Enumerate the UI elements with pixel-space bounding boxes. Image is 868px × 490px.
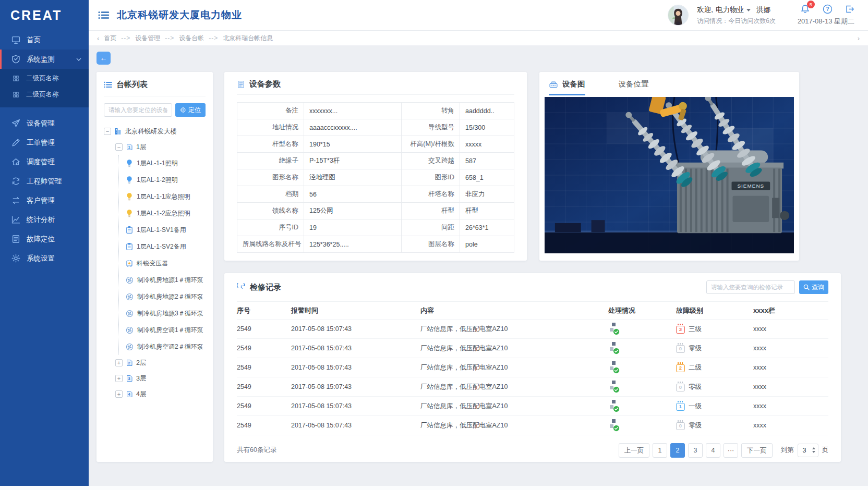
table-row[interactable]: 2549 2017-05-08 15:07:43 厂站信息库，低压配电室AZ10… — [237, 339, 828, 358]
sidebar-subitem-2[interactable]: 二级页名称 — [0, 87, 89, 103]
sidebar-item-workorder-mgmt[interactable]: 工单管理 — [0, 133, 89, 152]
next-page-button[interactable]: 下一页 — [741, 443, 773, 458]
tree-leaf-emergency-lighting[interactable]: 1层AL-1-1应急照明 — [126, 188, 206, 205]
page-button-3[interactable]: 3 — [688, 443, 703, 458]
expand-icon[interactable]: + — [115, 375, 123, 382]
tree-node-root[interactable]: − 北京科锐研发大楼 — [104, 124, 206, 139]
table-row[interactable]: 2549 2017-05-08 15:07:43 厂站信息库，低压配电室AZ10… — [237, 320, 828, 339]
page-button-1[interactable]: 1 — [653, 443, 667, 458]
sidebar-item-system-monitor[interactable]: 系统监测 — [0, 50, 89, 69]
sidebar-item-home[interactable]: 首页 — [0, 30, 89, 50]
tree-node-floor3[interactable]: + 3 3层 — [104, 371, 206, 386]
locate-device-input[interactable] — [104, 103, 172, 117]
record-extra: xxxx — [753, 325, 828, 333]
tree-node-floor1[interactable]: − 1 1层 — [104, 139, 206, 155]
process-status-icon — [608, 342, 620, 354]
tree-node-label: 1层 — [136, 143, 146, 152]
breadcrumb-item-device-mgmt[interactable]: 设备管理 — [135, 34, 160, 43]
table-row[interactable]: 2549 2017-05-08 15:07:43 厂站信息库，低压配电室AZ10… — [237, 377, 828, 397]
tree-leaf-lighting[interactable]: 1层AL-1-1照明 — [126, 155, 206, 172]
fault-level-label: 零级 — [689, 383, 702, 391]
expand-icon[interactable]: + — [115, 359, 123, 366]
sidebar-item-label: 工单管理 — [27, 138, 55, 148]
avatar[interactable] — [668, 5, 689, 26]
tree-leaf-standby[interactable]: 1层AL-1-SV2备用 — [126, 238, 206, 255]
column-header: 内容 — [420, 306, 599, 315]
device-params-panel: 设备参数 备注xxxxxxx...转角aaddddd.. 地址情况aaaaccc… — [224, 72, 527, 261]
caret-down-icon[interactable] — [746, 9, 751, 11]
logout-icon[interactable] — [845, 5, 854, 14]
arrow-down-icon[interactable] — [812, 451, 815, 453]
breadcrumb-forward-icon[interactable]: › — [858, 34, 860, 42]
stepper-arrows[interactable] — [811, 447, 818, 453]
locate-button[interactable]: 定位 — [175, 103, 206, 117]
breadcrumb-item-home[interactable]: 首页 — [104, 34, 116, 43]
tree-node-floor2[interactable]: + 2 2层 — [104, 355, 206, 371]
sidebar-subitem-1[interactable]: 二级页名称 — [0, 70, 89, 87]
breadcrumb-back-icon[interactable]: ‹ — [97, 34, 99, 42]
tree-children: 1层AL-1-1照明 1层AL-1-2照明 1层AL-1-1应急照明 1层AL-… — [118, 155, 206, 355]
record-content: 厂站信息库，低压配电室AZ10 — [420, 325, 599, 334]
help-icon[interactable]: ? — [823, 4, 833, 14]
tree-leaf-pump[interactable]: 制冷机房地源3＃循环泵 — [126, 305, 206, 322]
page-number-stepper[interactable]: 3 — [798, 444, 818, 457]
table-row[interactable]: 2549 2017-05-08 15:07:43 厂站信息库，低压配电室AZ10… — [237, 358, 828, 377]
tree-leaf-pump[interactable]: 制冷机房地源1＃循环泵 — [126, 272, 206, 288]
param-value: aaaacccxxxxx.... — [304, 119, 402, 136]
table-row[interactable]: 2549 2017-05-08 15:07:43 厂站信息库，低压配电室AZ10… — [237, 397, 828, 416]
notification-bell[interactable]: 5 — [800, 4, 810, 14]
table-row[interactable]: 2549 2017-05-08 15:07:43 厂站信息库，低压配电室AZ10… — [237, 416, 828, 435]
sidebar-item-customer-mgmt[interactable]: 客户管理 — [0, 191, 89, 210]
pump-fan-icon — [126, 326, 134, 334]
sidebar-item-dispatch-mgmt[interactable]: 调度管理 — [0, 152, 89, 172]
floor-icon: 3 — [126, 375, 133, 382]
username: 洪娜 — [756, 5, 770, 15]
prev-page-button[interactable]: 上一页 — [619, 443, 650, 458]
records-search-input[interactable] — [706, 280, 795, 294]
tree-leaf-pump[interactable]: 制冷机房空调1＃循环泵 — [126, 322, 206, 338]
search-button[interactable]: 查询 — [799, 280, 828, 294]
menu-list-icon[interactable] — [98, 11, 110, 19]
tree-leaf-pump[interactable]: 制冷机房地源2＃循环泵 — [126, 288, 206, 305]
tree-leaf-emergency-lighting[interactable]: 1层AL-1-2应急照明 — [126, 205, 206, 222]
sidebar-item-fault-locate[interactable]: 故障定位 — [0, 229, 89, 249]
sidebar-item-settings[interactable]: 系统设置 — [0, 249, 89, 268]
tree-leaf-pump[interactable]: 制冷机房空调2＃循环泵 — [126, 338, 206, 355]
sidebar-item-label: 故障定位 — [27, 235, 55, 244]
sidebar-item-device-mgmt[interactable]: 设备管理 — [0, 114, 89, 133]
fault-level-icon: 0 — [676, 345, 685, 353]
target-icon — [180, 107, 186, 113]
record-content: 厂站信息库，低压配电室AZ10 — [420, 344, 599, 353]
record-extra: xxxx — [753, 364, 828, 371]
arrow-up-icon[interactable] — [812, 447, 815, 449]
tree-leaf-lighting[interactable]: 1层AL-1-2照明 — [126, 172, 206, 188]
tree-leaf-standby[interactable]: 1层AL-1-SV1备用 — [126, 222, 206, 238]
param-value: 587 — [460, 153, 514, 169]
param-label: 杆高(M)/杆根数 — [402, 136, 460, 153]
company-name[interactable]: 电力物业 — [716, 5, 744, 15]
goto-prefix: 到第 — [781, 446, 794, 455]
column-header: 处理情况 — [599, 306, 676, 315]
tree-leaf-transformer[interactable]: 科锐变压器 — [126, 255, 206, 272]
device-photo-frame: SIEMENS — [545, 97, 794, 253]
table-row: 所属线路名称及杆号125*36*25.....图层名称pole — [237, 236, 514, 253]
back-button[interactable]: ← — [97, 52, 111, 65]
param-value: aaddddd.. — [460, 103, 514, 119]
pump-fan-icon — [126, 293, 134, 301]
tab-device-image[interactable]: 设备图 — [549, 79, 585, 95]
sidebar-item-label: 设备管理 — [27, 119, 55, 128]
collapse-icon[interactable]: − — [115, 143, 123, 151]
page-ellipsis[interactable]: ··· — [724, 443, 738, 458]
page-button-2-active[interactable]: 2 — [670, 443, 685, 458]
sidebar-item-statistics[interactable]: 统计分析 — [0, 210, 89, 229]
sidebar-item-engineer-mgmt[interactable]: 工程师管理 — [0, 172, 89, 191]
tab-device-location[interactable]: 设备位置 — [619, 79, 649, 94]
tree-node-floor4[interactable]: + 4 4层 — [104, 386, 206, 402]
page-button-4[interactable]: 4 — [706, 443, 720, 458]
collapse-icon[interactable]: − — [104, 128, 111, 135]
sidebar-item-label: 系统设置 — [27, 254, 55, 263]
home-gear-icon — [11, 157, 20, 166]
expand-icon[interactable]: + — [115, 390, 123, 398]
breadcrumb-item-ledger[interactable]: 设备台帐 — [179, 34, 204, 43]
check-circle-icon — [613, 406, 620, 412]
